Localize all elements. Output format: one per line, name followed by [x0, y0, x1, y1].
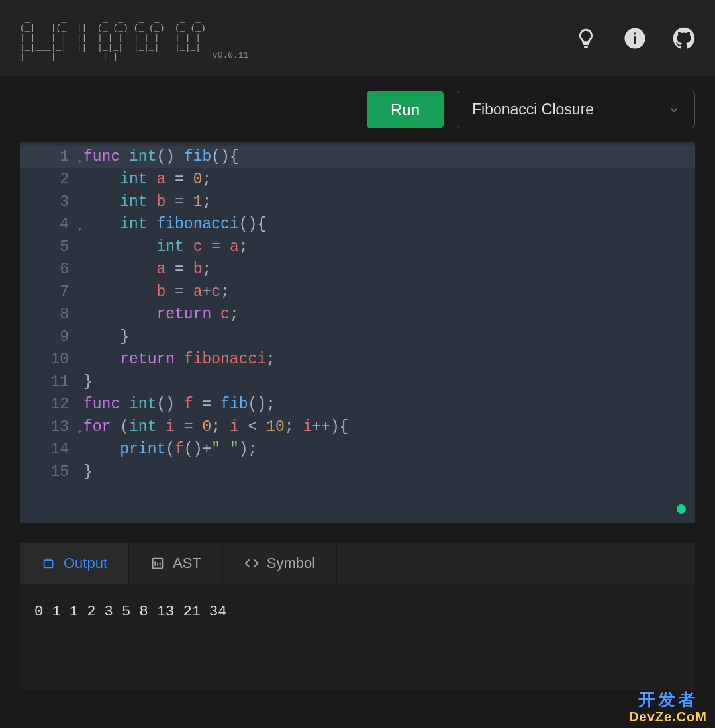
code-content[interactable]: return fibonacci;	[74, 348, 695, 371]
code-content[interactable]: b = a+c;	[74, 281, 695, 303]
ascii-logo: _ _ _ _ _ _ _ _ (_| |(_ || (_ (_) (_ (_)…	[20, 15, 206, 62]
line-number: 14	[20, 438, 74, 461]
output-tabs: OutputASTSymbol	[20, 543, 695, 584]
line-number: 5	[20, 236, 74, 258]
code-content[interactable]: print(f()+" ");	[74, 438, 695, 461]
code-line[interactable]: 1▾func int() fib(){	[20, 146, 695, 168]
fold-chevron-icon[interactable]: ▾	[77, 151, 82, 173]
line-number: 7	[20, 281, 74, 303]
code-line[interactable]: 4▾ int fibonacci(){	[20, 213, 695, 236]
tab-ast[interactable]: AST	[129, 543, 223, 584]
code-line[interactable]: 2 int a = 0;	[20, 168, 695, 191]
code-line[interactable]: 8 return c;	[20, 303, 695, 326]
watermark: 开发者 DevZe.CoM	[629, 690, 707, 724]
tab-symbol[interactable]: Symbol	[223, 543, 337, 584]
code-editor[interactable]: 1▾func int() fib(){2 int a = 0;3 int b =…	[20, 142, 695, 523]
output-content: 0 1 1 2 3 5 8 13 21 34	[20, 584, 695, 690]
fold-chevron-icon[interactable]: ▾	[77, 218, 82, 241]
line-number: 15	[20, 461, 74, 483]
example-select[interactable]: Fibonacci Closure	[457, 91, 695, 128]
line-number: 2	[20, 168, 74, 191]
code-content[interactable]: int a = 0;	[74, 168, 695, 191]
info-icon[interactable]	[624, 27, 646, 50]
code-content[interactable]: a = b;	[74, 258, 695, 281]
logo-area: _ _ _ _ _ _ _ _ (_| |(_ || (_ (_) (_ (_)…	[20, 15, 248, 62]
header-icons	[575, 27, 695, 50]
bottom-panel: OutputASTSymbol 0 1 1 2 3 5 8 13 21 34	[20, 543, 695, 690]
code-content[interactable]: }	[74, 371, 695, 393]
code-line[interactable]: 6 a = b;	[20, 258, 695, 281]
ast-tab-icon	[150, 556, 165, 570]
svg-rect-3	[44, 560, 53, 567]
line-number: 3	[20, 191, 74, 213]
code-line[interactable]: 12func int() f = fib();	[20, 393, 695, 416]
code-line[interactable]: 9 }	[20, 326, 695, 348]
code-line[interactable]: 5 int c = a;	[20, 236, 695, 258]
version-label: v0.0.11	[213, 50, 249, 62]
code-content[interactable]: for (int i = 0; i < 10; i++){	[74, 416, 695, 438]
fold-chevron-icon[interactable]: ▾	[77, 421, 82, 443]
code-content[interactable]: func int() fib(){	[74, 146, 695, 168]
code-line[interactable]: 7 b = a+c;	[20, 281, 695, 303]
main-content: Run Fibonacci Closure 1▾func int() fib()…	[0, 76, 715, 690]
output-tab-icon	[41, 556, 56, 570]
run-button[interactable]: Run	[367, 91, 444, 128]
code-content[interactable]: int fibonacci(){	[74, 213, 695, 236]
code-line[interactable]: 13▾for (int i = 0; i < 10; i++){	[20, 416, 695, 438]
code-content[interactable]: int b = 1;	[74, 191, 695, 213]
svg-rect-1	[634, 36, 636, 44]
line-number: 4▾	[20, 213, 74, 236]
line-number: 8	[20, 303, 74, 326]
code-content[interactable]: }	[74, 461, 695, 483]
header-bar: _ _ _ _ _ _ _ _ (_| |(_ || (_ (_) (_ (_)…	[0, 0, 715, 76]
chevron-down-icon	[668, 104, 680, 116]
code-line[interactable]: 15}	[20, 461, 695, 483]
tab-label: Symbol	[267, 555, 315, 572]
code-content[interactable]: func int() f = fib();	[74, 393, 695, 416]
line-number: 10	[20, 348, 74, 371]
watermark-bottom: DevZe.CoM	[629, 709, 707, 724]
status-indicator-icon	[677, 504, 686, 514]
tab-label: AST	[173, 555, 201, 572]
symbol-tab-icon	[244, 556, 259, 570]
watermark-top: 开发者	[629, 690, 707, 709]
tab-label: Output	[64, 555, 107, 572]
line-number: 9	[20, 326, 74, 348]
code-line[interactable]: 14 print(f()+" ");	[20, 438, 695, 461]
svg-rect-2	[634, 32, 636, 34]
code-line[interactable]: 10 return fibonacci;	[20, 348, 695, 371]
code-line[interactable]: 11}	[20, 371, 695, 393]
select-value: Fibonacci Closure	[472, 101, 594, 118]
toolbar: Run Fibonacci Closure	[20, 91, 695, 128]
code-content[interactable]: int c = a;	[74, 236, 695, 258]
line-number: 13▾	[20, 416, 74, 438]
github-icon[interactable]	[673, 27, 695, 50]
line-number: 11	[20, 371, 74, 393]
line-number: 6	[20, 258, 74, 281]
line-number: 12	[20, 393, 74, 416]
tab-output[interactable]: Output	[20, 543, 129, 584]
lightbulb-icon[interactable]	[575, 27, 597, 50]
line-number: 1▾	[20, 146, 74, 168]
code-content[interactable]: return c;	[74, 303, 695, 326]
code-line[interactable]: 3 int b = 1;	[20, 191, 695, 213]
code-content[interactable]: }	[74, 326, 695, 348]
